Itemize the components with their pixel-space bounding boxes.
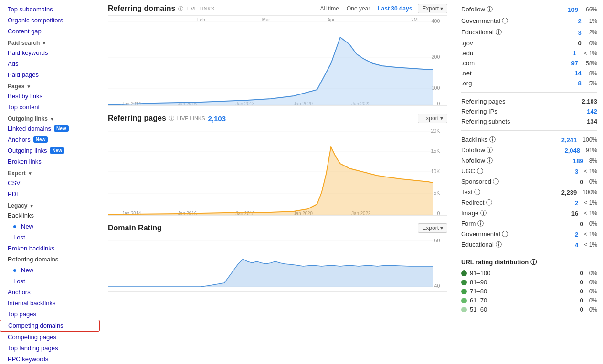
sidebar-item-competing-pages[interactable]: Competing pages [0, 332, 100, 343]
url-rating-row-81: 81–90 0 0% [461, 278, 597, 287]
divider-1 [461, 92, 597, 93]
stats-row-referring-subnets: Referring subnets 134 [461, 116, 597, 126]
sidebar-item-label: Best by links [8, 93, 42, 100]
export-button-referring-domains[interactable]: Export ▾ [418, 4, 447, 13]
sidebar-item-content-gap[interactable]: Content gap [0, 26, 100, 37]
sidebar-item-anchors-legacy[interactable]: Anchors [0, 287, 100, 298]
educational-bl-pct: < 1% [584, 241, 597, 248]
svg-text:15K: 15K [431, 148, 440, 154]
edu-label: .edu [461, 50, 473, 57]
stats-row-referring-pages: Referring pages 2,103 [461, 96, 597, 106]
sidebar-item-referring-domains-lost[interactable]: Lost [0, 276, 100, 287]
sidebar-item-csv[interactable]: CSV [0, 177, 100, 188]
stats-row-dofollow: Dofollow ⓘ 109 66% [461, 4, 597, 15]
educational-bl-label: Educational ⓘ [461, 240, 573, 249]
live-links-label-pages: LIVE LINKS [177, 115, 205, 121]
sidebar-item-organic-competitors[interactable]: Organic competitors [0, 15, 100, 26]
filter-last-30-days[interactable]: Last 30 days [376, 4, 414, 13]
sidebar-item-pdf[interactable]: PDF [0, 188, 100, 199]
sidebar-item-top-content[interactable]: Top content [0, 102, 100, 113]
org-label: .org [461, 80, 472, 87]
sidebar-item-anchors[interactable]: Anchors New [0, 134, 100, 145]
chevron-icon: ▼ [50, 116, 54, 122]
chevron-icon: ▼ [26, 84, 31, 89]
export-button-referring-pages[interactable]: Export ▾ [418, 114, 447, 123]
domain-rating-header: Domain Rating Export ▾ [108, 223, 447, 233]
url-rating-row-51: 51–60 0 0% [461, 305, 597, 314]
text-pct: 100% [582, 189, 597, 196]
sidebar-section-pages[interactable]: Pages ▼ [0, 80, 100, 91]
sidebar-item-label: Lost [13, 234, 25, 241]
url-rating-label-71: 71–80 [470, 288, 487, 295]
sidebar-section-paid-search[interactable]: Paid search ▼ [0, 37, 100, 47]
sidebar-item-referring-domains: Referring domains [0, 254, 100, 265]
svg-text:400: 400 [432, 18, 440, 24]
info-icon-pages: ⓘ [169, 115, 174, 122]
svg-text:40: 40 [434, 283, 440, 289]
dot-51-60 [461, 307, 467, 312]
dot-icon [13, 225, 16, 228]
sidebar-item-label: Content gap [8, 28, 42, 35]
sidebar-item-outgoing-links[interactable]: Outgoing links New [0, 145, 100, 156]
svg-text:Feb: Feb [197, 17, 205, 22]
governmental-pct: 1% [589, 18, 597, 24]
chevron-icon: ▼ [28, 171, 32, 176]
sidebar-section-outgoing-links[interactable]: Outgoing links ▼ [0, 113, 100, 123]
sidebar-item-label: Organic competitors [8, 17, 63, 24]
sidebar-item-backlinks-new[interactable]: New [0, 221, 100, 232]
sidebar-item-paid-keywords[interactable]: Paid keywords [0, 47, 100, 58]
filter-one-year[interactable]: One year [345, 4, 372, 13]
sidebar-item-top-landing-pages[interactable]: Top landing pages [0, 343, 100, 354]
sidebar-item-backlinks-lost[interactable]: Lost [0, 232, 100, 243]
stats-row-governmental-bl: Governmental ⓘ 2 < 1% [461, 229, 597, 239]
svg-text:20K: 20K [431, 128, 440, 134]
sidebar-item-referring-domains-new[interactable]: New [0, 265, 100, 276]
sidebar-item-internal-backlinks[interactable]: Internal backlinks [0, 298, 100, 309]
sidebar-item-broken-links[interactable]: Broken links [0, 156, 100, 167]
section-label: Export [8, 170, 26, 177]
referring-pages-section: Referring pages ⓘ LIVE LINKS 2,103 Expor… [108, 114, 447, 216]
sidebar-item-broken-backlinks[interactable]: Broken backlinks [0, 243, 100, 254]
educational-bl-value: 4 [575, 241, 578, 249]
form-pct: 0% [589, 220, 597, 227]
filter-all-time[interactable]: All time [318, 4, 341, 13]
sidebar-item-ads[interactable]: Ads [0, 58, 100, 69]
governmental-value: 2 [578, 18, 581, 25]
educational-value: 3 [578, 29, 581, 36]
referring-pages-title: Referring pages [108, 114, 166, 123]
sidebar-item-top-subdomains[interactable]: Top subdomains [0, 4, 100, 15]
chevron-icon: ▼ [42, 41, 46, 46]
edu-pct: < 1% [584, 50, 597, 57]
export-button-domain-rating[interactable]: Export ▾ [418, 223, 447, 233]
sidebar-item-label: Top pages [8, 311, 36, 318]
image-value: 16 [571, 210, 578, 217]
url-rating-pct-51: 0% [589, 306, 597, 313]
referring-domains-title: Referring domains [108, 4, 175, 13]
section-label: Paid search [8, 40, 40, 46]
stats-row-backlinks: Backlinks ⓘ 2,241 100% [461, 135, 597, 145]
svg-text:2M: 2M [411, 17, 417, 22]
sidebar-item-label: Top landing pages [8, 344, 58, 352]
url-rating-label-61: 61–70 [470, 297, 487, 304]
sidebar-item-label: Anchors [8, 136, 31, 143]
stats-row-referring-ips: Referring IPs 142 [461, 106, 597, 116]
sidebar-item-best-by-links[interactable]: Best by links [0, 91, 100, 102]
governmental-bl-value: 2 [575, 231, 578, 238]
sidebar-section-legacy[interactable]: Legacy ▼ [0, 199, 100, 210]
new-badge: New [54, 125, 69, 132]
redirect-value: 2 [575, 199, 578, 207]
url-rating-pct-71: 0% [589, 288, 597, 295]
sidebar-item-competing-domains[interactable]: Competing domains [0, 320, 100, 332]
sidebar-section-export[interactable]: Export ▼ [0, 167, 100, 177]
sidebar-item-label: Top content [8, 104, 40, 111]
sidebar-item-ppc-keywords[interactable]: PPC keywords [0, 354, 100, 364]
dofollow-bl-label: Dofollow ⓘ [461, 146, 562, 155]
sidebar-item-top-pages[interactable]: Top pages [0, 309, 100, 320]
sidebar-item-paid-pages[interactable]: Paid pages [0, 69, 100, 80]
sidebar-item-label: Competing domains [8, 322, 63, 329]
dofollow-label: Dofollow ⓘ [461, 5, 493, 14]
nofollow-value: 189 [573, 157, 583, 165]
com-value: 97 [571, 60, 578, 67]
sidebar-item-linked-domains[interactable]: Linked domains New [0, 123, 100, 134]
form-label: Form ⓘ [461, 219, 578, 228]
